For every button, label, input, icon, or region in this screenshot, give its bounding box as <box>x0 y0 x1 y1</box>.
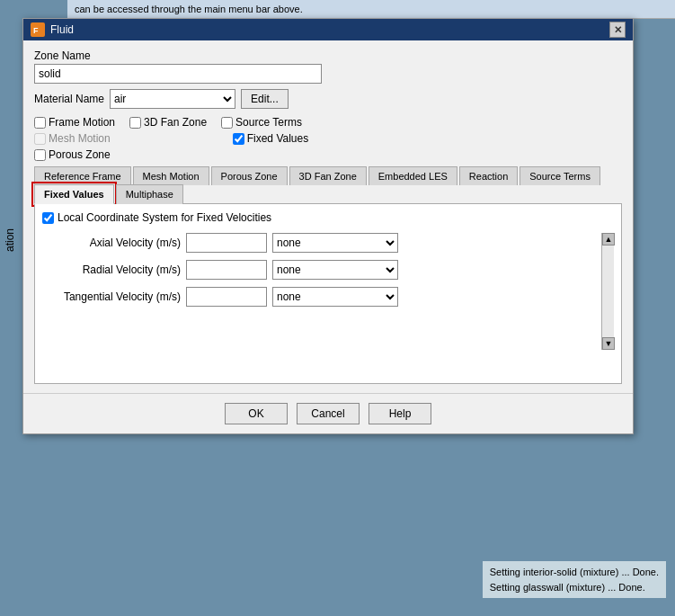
3d-fan-zone-checkbox[interactable] <box>129 117 141 129</box>
material-name-row: Material Name air Edit... <box>34 89 622 109</box>
frame-motion-checkbox-item: Frame Motion <box>34 116 115 129</box>
tab-embedded-les[interactable]: Embedded LES <box>369 166 457 185</box>
checkbox-row-2: Mesh Motion Fixed Values <box>34 132 622 145</box>
dialog-icon: F <box>31 22 45 37</box>
dialog-body: Zone Name Material Name air Edit... Fram… <box>23 40 633 393</box>
material-name-label: Material Name <box>34 93 104 105</box>
velocity-area: Axial Velocity (m/s) none Radial Velocit… <box>42 233 614 350</box>
tab-reaction[interactable]: Reaction <box>459 166 518 185</box>
radial-velocity-label: Radial Velocity (m/s) <box>42 263 186 276</box>
console-output: Setting interior-solid (mixture) ... Don… <box>483 561 666 598</box>
porous-zone-checkbox-item: Porous Zone <box>34 148 111 161</box>
ok-button[interactable]: OK <box>225 403 288 424</box>
tab-3d-fan-zone[interactable]: 3D Fan Zone <box>289 166 367 185</box>
edit-button[interactable]: Edit... <box>241 89 289 109</box>
scroll-track <box>602 246 614 337</box>
fixed-values-checkbox[interactable] <box>233 133 244 145</box>
left-panel-label: ation <box>0 225 20 255</box>
notification-text: can be accessed through the main menu ba… <box>75 4 303 14</box>
tab-reference-frame[interactable]: Reference Frame <box>34 166 131 185</box>
tab-mesh-motion[interactable]: Mesh Motion <box>133 166 209 185</box>
axial-velocity-input[interactable] <box>186 233 267 253</box>
zone-name-row: Zone Name <box>34 49 622 84</box>
tab-multiphase[interactable]: Multiphase <box>116 184 183 204</box>
axial-velocity-row: Axial Velocity (m/s) none <box>42 233 601 253</box>
help-button[interactable]: Help <box>369 403 431 424</box>
source-terms-label: Source Terms <box>235 116 302 129</box>
scrollbar[interactable]: ▲ ▼ <box>601 233 614 350</box>
radial-velocity-input[interactable] <box>186 260 267 280</box>
tangential-velocity-select[interactable]: none <box>272 287 398 307</box>
checkboxes-area: Frame Motion 3D Fan Zone Source Terms Me… <box>34 116 622 161</box>
fixed-values-label: Fixed Values <box>247 132 308 145</box>
tabs-container: Reference Frame Mesh Motion Porous Zone … <box>34 166 622 204</box>
porous-zone-label: Porous Zone <box>49 148 111 161</box>
3d-fan-zone-checkbox-item: 3D Fan Zone <box>129 116 207 129</box>
title-bar: F Fluid ✕ <box>23 19 633 40</box>
local-coord-row: Local Coordinate System for Fixed Veloci… <box>42 211 614 224</box>
checkbox-row-1: Frame Motion 3D Fan Zone Source Terms <box>34 116 622 129</box>
zone-name-input[interactable] <box>34 64 322 84</box>
console-line-2: Setting glasswall (mixture) ... Done. <box>490 580 659 595</box>
svg-text:F: F <box>33 26 39 35</box>
porous-zone-checkbox[interactable] <box>34 149 46 161</box>
checkbox-row-3: Porous Zone <box>34 148 622 161</box>
axial-velocity-label: Axial Velocity (m/s) <box>42 237 186 249</box>
tangential-velocity-input[interactable] <box>186 287 267 307</box>
title-bar-left: F Fluid <box>31 22 74 37</box>
close-button[interactable]: ✕ <box>609 22 626 38</box>
source-terms-checkbox[interactable] <box>221 117 233 129</box>
cancel-button[interactable]: Cancel <box>297 403 360 424</box>
console-line-1: Setting interior-solid (mixture) ... Don… <box>490 565 659 580</box>
zone-name-label: Zone Name <box>34 49 622 62</box>
fluid-dialog: F Fluid ✕ Zone Name Material Name air Ed… <box>22 18 634 434</box>
notification-bar: can be accessed through the main menu ba… <box>67 0 675 19</box>
tab-fixed-values[interactable]: Fixed Values <box>34 184 114 204</box>
scroll-down-button[interactable]: ▼ <box>602 337 615 350</box>
material-select[interactable]: air <box>110 89 235 109</box>
tab-porous-zone[interactable]: Porous Zone <box>211 166 288 185</box>
local-coord-checkbox[interactable] <box>42 212 54 224</box>
3d-fan-zone-label: 3D Fan Zone <box>144 116 207 129</box>
fixed-values-checkbox-item: Fixed Values <box>233 132 308 145</box>
tab-source-terms[interactable]: Source Terms <box>520 166 600 185</box>
tangential-velocity-label: Tangential Velocity (m/s) <box>42 290 186 303</box>
radial-velocity-row: Radial Velocity (m/s) none <box>42 260 601 280</box>
radial-velocity-select[interactable]: none <box>272 260 398 280</box>
axial-velocity-select[interactable]: none <box>272 233 398 253</box>
dialog-buttons: OK Cancel Help <box>23 393 633 433</box>
frame-motion-checkbox[interactable] <box>34 117 46 129</box>
velocity-inputs: Axial Velocity (m/s) none Radial Velocit… <box>42 233 601 350</box>
mesh-motion-checkbox <box>34 133 46 145</box>
tab-content-fixed-values: Local Coordinate System for Fixed Veloci… <box>34 204 622 384</box>
mesh-motion-label: Mesh Motion <box>49 132 111 145</box>
source-terms-checkbox-item: Source Terms <box>221 116 302 129</box>
scroll-up-button[interactable]: ▲ <box>602 233 615 246</box>
frame-motion-label: Frame Motion <box>49 116 115 129</box>
dialog-title: Fluid <box>50 23 74 36</box>
mesh-motion-checkbox-item: Mesh Motion <box>34 132 111 145</box>
tangential-velocity-row: Tangential Velocity (m/s) none <box>42 287 601 307</box>
local-coord-label: Local Coordinate System for Fixed Veloci… <box>58 211 271 224</box>
